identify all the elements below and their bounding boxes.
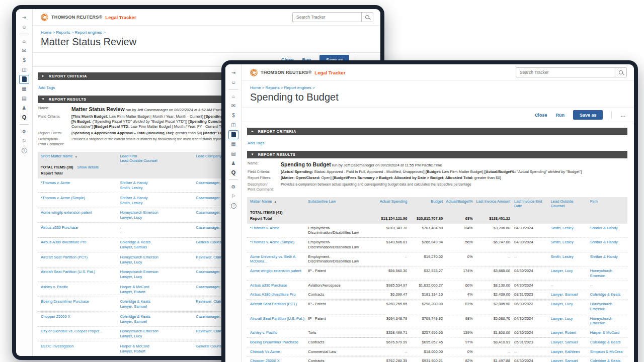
lead-counsel-link[interactable]: Lawyer, Robert: [120, 349, 192, 354]
matter-link[interactable]: Chinook Vs Acme: [250, 349, 308, 354]
matter-link[interactable]: Boeing Dreamliner Purchase: [41, 299, 120, 309]
close-button[interactable]: Close: [535, 113, 547, 118]
firm-link[interactable]: Shriber & Handy: [585, 240, 624, 250]
lead-counsel-link[interactable]: --: [120, 230, 192, 235]
settings-gear-icon[interactable]: ⚙: [228, 182, 239, 192]
lead-firm-link[interactable]: Coleridge & Keats: [120, 314, 192, 319]
quick-links-icon[interactable]: Q: [19, 113, 30, 122]
column-header-matter[interactable]: Matter Name ▲: [250, 199, 308, 204]
spend-icon[interactable]: $: [19, 55, 30, 65]
column-header-substantive-law[interactable]: Substantive Law: [308, 199, 368, 204]
firm-link[interactable]: Shriber & Handy: [585, 226, 624, 236]
lead-firm-link[interactable]: Coleridge & Keats: [120, 299, 192, 304]
matters-icon[interactable]: ✉: [228, 101, 239, 111]
page-scroll-area[interactable]: Home > Reports > Report engines > Spendi…: [242, 81, 634, 362]
lead-firm-link[interactable]: Shriber & Handy: [120, 196, 192, 201]
firm-link[interactable]: --: [585, 283, 624, 288]
firm-link[interactable]: Harper & McCord: [585, 330, 624, 335]
home-icon[interactable]: ⌂: [19, 36, 30, 46]
user-icon[interactable]: ☺: [19, 22, 30, 32]
column-header-actual-budget-pct[interactable]: Actual/Budget%: [443, 199, 473, 204]
matter-link[interactable]: Airbus a330 Purchase: [250, 283, 308, 288]
lead-counsel-link[interactable]: Lawyer, Lucy: [120, 275, 192, 280]
show-details-link[interactable]: Show details: [77, 165, 99, 169]
matter-link[interactable]: Chopper 25000 X: [41, 314, 120, 324]
contacts-icon[interactable]: ♟: [228, 158, 239, 168]
breadcrumb[interactable]: Home > Reports > Report engines >: [250, 85, 626, 90]
column-header-lead-outside-counsel[interactable]: Lead Outside Counsel: [546, 199, 585, 208]
lead-firm-link[interactable]: Coleridge & Keats: [120, 240, 192, 245]
matter-link[interactable]: Chopper 25000 X: [250, 358, 308, 362]
search-button[interactable]: [615, 67, 627, 77]
lead-firm-link[interactable]: Harper & McCord: [120, 285, 192, 290]
run-button[interactable]: Run: [555, 113, 565, 118]
matter-link[interactable]: Acme University vs. Beth A. McDona...: [250, 254, 308, 264]
lead-counsel-link[interactable]: Smith, Lesley: [120, 201, 192, 206]
dashboards-icon[interactable]: ▤: [19, 94, 30, 103]
lead-counsel-link[interactable]: Lawyer, Robert: [120, 290, 192, 295]
lead-firm-link[interactable]: Honeychurch Emerson: [120, 329, 192, 334]
lead-counsel-link[interactable]: Lawyer, Samuel: [120, 245, 192, 250]
more-options-button[interactable]: ...: [620, 113, 626, 118]
firm-link[interactable]: Simpson & McCrea: [585, 349, 624, 354]
search-input[interactable]: [516, 67, 615, 77]
firm-link[interactable]: Coleridge & Keats: [585, 292, 624, 297]
column-header-actual-spending[interactable]: Actual Spending: [368, 199, 407, 204]
lead-firm-link[interactable]: Harper & McCord: [120, 344, 192, 349]
lead-outside-counsel-link[interactable]: Lawyer, Lucy: [546, 268, 585, 279]
reports-icon-active[interactable]: [228, 130, 239, 139]
dashboards-icon[interactable]: ▤: [228, 149, 239, 158]
contacts-icon[interactable]: ♟: [19, 103, 30, 113]
lead-counsel-link[interactable]: Smith, Lesley: [120, 186, 192, 191]
lead-firm-link[interactable]: Honeychurch Emerson: [120, 210, 192, 215]
column-header-lead-firm[interactable]: Lead FirmLead Outside Counsel: [120, 154, 196, 163]
matter-link[interactable]: City of Glendale vs. Cooper Proper...: [41, 329, 120, 339]
breadcrumb[interactable]: Home > Reports > Report engines >: [41, 30, 372, 35]
add-tags-link[interactable]: Add Tags: [248, 141, 264, 145]
matter-link[interactable]: EEOC Investigation: [41, 344, 120, 354]
firm-link[interactable]: Coleridge & Keats: [585, 358, 624, 362]
invoices-icon[interactable]: ◫: [19, 65, 30, 74]
add-tags-link[interactable]: Add Tags: [38, 85, 55, 90]
lead-counsel-link[interactable]: Lawyer, Samuel: [120, 319, 192, 324]
firm-link[interactable]: Shriber & Handy: [585, 254, 624, 264]
home-icon[interactable]: ⌂: [228, 92, 239, 101]
report-results-header[interactable]: ▾ REPORT RESULTS: [247, 151, 627, 158]
save-as-button[interactable]: Save as: [573, 110, 603, 120]
alerts-bell-icon[interactable]: ⚐: [19, 136, 30, 146]
matter-link[interactable]: Airbus a330 Purchase: [41, 225, 120, 235]
lead-firm-link[interactable]: Shriber & Handy: [120, 180, 192, 186]
matter-link[interactable]: Aircraft Seat Partition (PCT): [41, 255, 120, 265]
lead-outside-counsel-link[interactable]: --: [546, 283, 585, 288]
column-header-budget[interactable]: Budget: [407, 199, 443, 204]
matter-link[interactable]: *Thomas v. Acme: [250, 226, 308, 236]
lead-outside-counsel-link[interactable]: Lawyer, Samuel: [546, 358, 585, 362]
lead-outside-counsel-link[interactable]: Lawyer, Lucy: [546, 302, 585, 312]
firm-link[interactable]: Coleridge & Keats: [585, 340, 624, 345]
matter-link[interactable]: Airbus A380 divestiture Pro: [41, 240, 120, 250]
column-header-last-invoice-end-date[interactable]: Last Invoice End Date: [510, 199, 546, 208]
lead-outside-counsel-link[interactable]: Lawyer, Kathleen: [546, 349, 585, 354]
expand-sidebar-icon[interactable]: ⇥: [228, 68, 239, 77]
matter-link[interactable]: Ashley v. Pacific: [250, 330, 308, 335]
analytics-icon[interactable]: ▦: [228, 139, 239, 149]
matter-link[interactable]: Ashley v. Pacific: [41, 285, 120, 295]
firm-link[interactable]: Honeychurch Emerson: [585, 268, 624, 279]
matter-link[interactable]: Aircraft Seat Partition (PCT): [250, 302, 308, 312]
matter-link[interactable]: *Thomas v. Acme (Simple): [41, 196, 120, 206]
expand-sidebar-icon[interactable]: ⇥: [19, 13, 30, 22]
lead-outside-counsel-link[interactable]: Lawyer, Robert: [546, 330, 585, 335]
column-header-matter[interactable]: Short Matter Name ▲: [41, 154, 120, 158]
spend-icon[interactable]: $: [228, 111, 239, 120]
matter-link[interactable]: *Thomas v. Acme (Simple): [250, 240, 308, 250]
lead-outside-counsel-link[interactable]: Smith, Lesley: [546, 254, 585, 264]
search-button[interactable]: [362, 12, 373, 22]
matter-link[interactable]: Boeing Dreamliner Purchase: [250, 340, 308, 345]
help-icon[interactable]: ?: [19, 146, 30, 155]
brand-logo[interactable]: THOMSON REUTERS® Legal Tracker: [41, 14, 136, 21]
firm-link[interactable]: Honeychurch Emerson: [585, 302, 624, 312]
matters-icon[interactable]: ✉: [19, 46, 30, 55]
lead-outside-counsel-link[interactable]: Lawyer, Samuel: [546, 292, 585, 297]
firm-link[interactable]: Honeychurch Emerson: [585, 316, 624, 326]
lead-counsel-link[interactable]: Lawyer, Lucy: [120, 334, 192, 339]
